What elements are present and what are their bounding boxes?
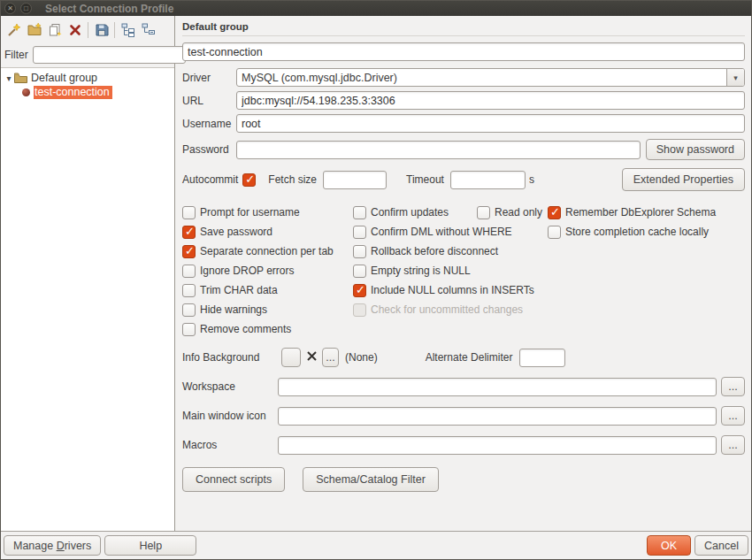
checkbox-include-null-columns-in-inserts[interactable]: Include NULL columns in INSERTs bbox=[353, 284, 477, 297]
extended-properties-button[interactable]: Extended Properties bbox=[622, 168, 745, 191]
checkbox-box bbox=[182, 303, 196, 317]
checkbox-rollback-before-disconnect[interactable]: Rollback before disconnect bbox=[353, 245, 477, 258]
checkbox-autocommit[interactable]: Autocommit bbox=[182, 173, 256, 187]
username-row: Username bbox=[182, 114, 745, 133]
workspace-browse-button[interactable]: ... bbox=[721, 377, 745, 396]
tree-group-label: Default group bbox=[31, 72, 97, 84]
checkbox-box bbox=[182, 284, 196, 297]
tree-group-default-group[interactable]: Default group bbox=[1, 71, 174, 85]
checkbox-save-password[interactable]: Save password bbox=[182, 226, 353, 239]
profile-tree[interactable]: Default group test-connection bbox=[1, 67, 174, 531]
checkbox-box bbox=[548, 206, 561, 219]
macros-browse-button[interactable]: ... bbox=[721, 435, 745, 455]
profile-name-input[interactable] bbox=[182, 42, 745, 61]
password-input[interactable] bbox=[236, 141, 641, 159]
checkbox-label: Trim CHAR data bbox=[200, 284, 278, 296]
group-header: Default group bbox=[182, 20, 745, 36]
copy-profile-button[interactable] bbox=[44, 19, 65, 41]
options-grid: Prompt for username Confirm updates Read… bbox=[182, 203, 745, 339]
checkbox-hide-warnings[interactable]: Hide warnings bbox=[182, 303, 353, 317]
checkbox-trim-char-data[interactable]: Trim CHAR data bbox=[182, 284, 353, 297]
checkbox-confirm-dml-without-where[interactable]: Confirm DML without WHERE bbox=[353, 226, 477, 239]
show-password-button[interactable]: Show password bbox=[646, 139, 745, 160]
checkbox-label: Check for uncommitted changes bbox=[371, 303, 523, 316]
timeout-unit: s bbox=[529, 173, 534, 186]
chevron-down-icon[interactable] bbox=[726, 69, 744, 86]
toolbar-separator bbox=[114, 22, 115, 38]
checkbox-box bbox=[182, 265, 196, 278]
clear-color-button[interactable] bbox=[303, 348, 320, 367]
main-window-icon-input[interactable] bbox=[278, 407, 717, 426]
checkbox-empty-string-is-null[interactable]: Empty string is NULL bbox=[353, 265, 477, 278]
url-row: URL bbox=[182, 91, 745, 110]
checkbox-box bbox=[182, 245, 196, 258]
driver-row: Driver MySQL (com.mysql.jdbc.Driver) bbox=[182, 68, 745, 87]
delete-profile-button[interactable] bbox=[65, 19, 85, 41]
timeout-input[interactable] bbox=[450, 171, 526, 189]
checkbox-remember-dbexplorer-schema[interactable]: Remember DbExplorer Schema bbox=[548, 206, 745, 219]
cancel-button[interactable]: Cancel bbox=[694, 535, 748, 556]
delete-x-icon bbox=[67, 22, 83, 38]
tree-item-label: test-connection bbox=[34, 86, 112, 99]
driver-label: Driver bbox=[182, 72, 236, 84]
url-input[interactable] bbox=[236, 91, 745, 110]
close-button[interactable] bbox=[4, 3, 16, 14]
main-area: Filter Default group test-connection bbox=[1, 16, 751, 531]
tree-item-test-connection[interactable]: test-connection bbox=[1, 85, 174, 99]
expand-all-button[interactable] bbox=[118, 19, 138, 41]
info-background-label: Info Background bbox=[182, 351, 278, 364]
checkbox-label: Store completion cache locally bbox=[565, 226, 709, 238]
pick-color-button[interactable]: ... bbox=[322, 348, 339, 367]
checkbox-remove-comments[interactable]: Remove comments bbox=[182, 323, 353, 336]
macros-label: Macros bbox=[182, 439, 278, 451]
username-input[interactable] bbox=[236, 114, 745, 133]
fetch-size-input[interactable] bbox=[323, 171, 387, 189]
checkbox-label: Include NULL columns in INSERTs bbox=[371, 284, 534, 296]
main-window-icon-browse-button[interactable]: ... bbox=[721, 406, 745, 426]
autocommit-row: Autocommit Fetch size Timeout s Extended… bbox=[182, 168, 745, 191]
new-group-button[interactable] bbox=[24, 19, 44, 41]
save-profiles-button[interactable] bbox=[91, 19, 111, 41]
manage-drivers-button[interactable]: Manage Drivers bbox=[4, 535, 101, 556]
collapse-all-button[interactable] bbox=[138, 19, 158, 41]
expander-icon[interactable] bbox=[4, 73, 14, 83]
restore-button[interactable] bbox=[20, 3, 32, 14]
workspace-row: Workspace ... bbox=[182, 377, 745, 396]
manage-drivers-label: Manage bbox=[13, 540, 57, 552]
checkbox-read-only[interactable]: Read only bbox=[477, 206, 548, 219]
checkbox-ignore-drop-errors[interactable]: Ignore DROP errors bbox=[182, 265, 353, 278]
ok-button[interactable]: OK bbox=[647, 535, 691, 556]
checkbox-label: Remember DbExplorer Schema bbox=[565, 206, 716, 219]
url-label: URL bbox=[182, 95, 236, 107]
driver-value: MySQL (com.mysql.jdbc.Driver) bbox=[237, 72, 726, 84]
manage-drivers-accel: D bbox=[57, 540, 65, 552]
help-button[interactable]: Help bbox=[104, 535, 196, 556]
checkbox-prompt-for-username[interactable]: Prompt for username bbox=[182, 206, 353, 219]
checkbox-box bbox=[353, 245, 366, 258]
checkbox-confirm-updates[interactable]: Confirm updates bbox=[353, 206, 477, 219]
checkbox-separate-connection-per-tab[interactable]: Separate connection per tab bbox=[182, 245, 353, 258]
checkbox-store-completion-cache-locally[interactable]: Store completion cache locally bbox=[548, 226, 745, 239]
workspace-input[interactable] bbox=[278, 378, 717, 396]
filter-input[interactable] bbox=[33, 46, 186, 64]
schema-catalog-filter-button[interactable]: Schema/Catalog Filter bbox=[303, 467, 439, 492]
alternate-delimiter-input[interactable] bbox=[519, 349, 565, 367]
checkbox-box bbox=[548, 226, 561, 239]
profile-toolbar bbox=[1, 16, 174, 43]
checkbox-label: Remove comments bbox=[200, 323, 291, 335]
checkbox-label: Ignore DROP errors bbox=[200, 265, 294, 277]
connect-scripts-button[interactable]: Connect scripts bbox=[182, 467, 285, 492]
checkbox-box bbox=[353, 206, 366, 219]
checkbox-label: Read only bbox=[495, 206, 542, 219]
color-swatch-button[interactable] bbox=[281, 348, 301, 367]
connection-profile-dialog: Select Connection Profile bbox=[0, 0, 752, 560]
fetch-size-label: Fetch size bbox=[268, 173, 317, 186]
info-background-row: Info Background ... (None) Alternate Del… bbox=[182, 348, 745, 367]
driver-select[interactable]: MySQL (com.mysql.jdbc.Driver) bbox=[236, 68, 745, 87]
checkbox-box bbox=[353, 303, 366, 317]
checkbox-box bbox=[353, 226, 366, 239]
macros-input[interactable] bbox=[278, 436, 717, 455]
new-profile-button[interactable] bbox=[4, 19, 24, 41]
workspace-label: Workspace bbox=[182, 380, 278, 393]
checkbox-label: Prompt for username bbox=[200, 206, 300, 219]
